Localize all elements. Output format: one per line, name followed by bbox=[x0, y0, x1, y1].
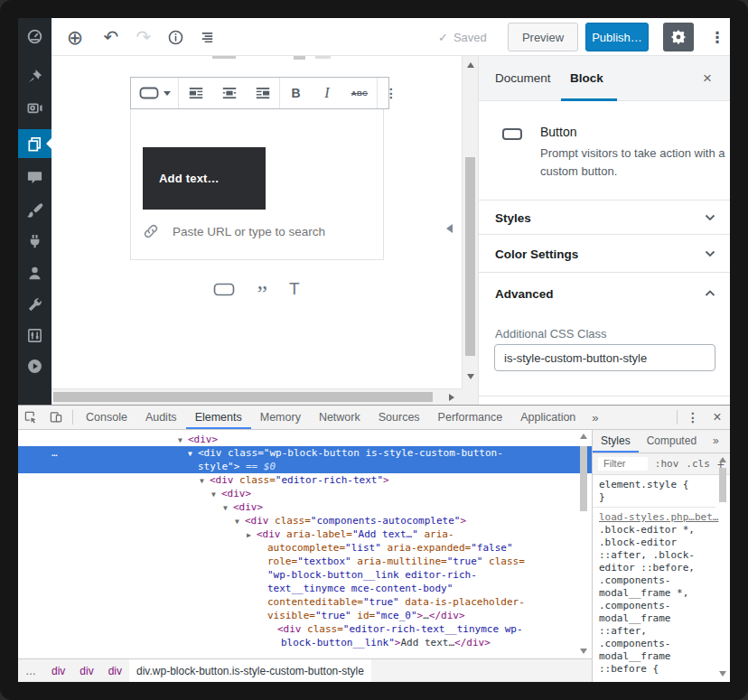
breadcrumb-item[interactable]: div bbox=[44, 659, 72, 682]
dom-tree-line[interactable]: ▶<div aria-label="Add text…" aria- bbox=[18, 527, 592, 541]
devtools-close-button[interactable]: × bbox=[705, 409, 730, 425]
button-block-text[interactable]: Add text… bbox=[143, 147, 266, 210]
dom-tree-line[interactable]: style"> == $0 bbox=[18, 460, 592, 473]
sidebar-item-settings[interactable] bbox=[18, 321, 51, 350]
inserter-button[interactable]: ⊕ bbox=[62, 18, 88, 56]
styles-filter-input[interactable] bbox=[598, 457, 648, 471]
sidebar-item-media[interactable] bbox=[18, 94, 51, 123]
dom-tree-line[interactable]: ▼<div class="editor-rich-text"> bbox=[18, 473, 592, 487]
toolbar-more-button[interactable]: ⋮ bbox=[378, 78, 405, 108]
more-options-button[interactable]: ⋮ bbox=[704, 18, 730, 56]
scrollbar-thumb[interactable] bbox=[580, 446, 587, 511]
appender-quote-block[interactable]: ” bbox=[257, 276, 267, 302]
appender-button-block[interactable] bbox=[213, 276, 235, 302]
devtools-tab-application[interactable]: Application bbox=[511, 406, 584, 429]
dom-tree-line[interactable]: contenteditable="true" data-is-placehold… bbox=[18, 595, 592, 609]
dom-tree-line[interactable]: role="textbox" aria-multiline="true" cla… bbox=[18, 555, 592, 568]
align-right-button[interactable] bbox=[246, 78, 279, 108]
sidebar-item-tools[interactable] bbox=[18, 290, 51, 319]
dom-tree-line[interactable]: ▼<div> bbox=[18, 433, 592, 446]
sidebar-item-appearance[interactable] bbox=[18, 195, 51, 224]
tab-block[interactable]: Block bbox=[570, 56, 603, 101]
sidebar-item-comments[interactable] bbox=[18, 163, 51, 191]
cropped-text-remnant bbox=[294, 56, 305, 60]
dom-tree-line[interactable]: ▼<div> bbox=[18, 500, 592, 514]
inspect-element-button[interactable] bbox=[18, 406, 43, 429]
tabs-overflow-button[interactable]: » bbox=[584, 411, 605, 425]
dom-tree-line[interactable]: "wp-block-button__link editor-rich- bbox=[18, 568, 592, 582]
additional-css-class-input[interactable] bbox=[494, 344, 715, 371]
scroll-right-icon[interactable] bbox=[449, 394, 454, 401]
publish-button[interactable]: Publish… bbox=[585, 23, 649, 51]
italic-button[interactable]: I bbox=[312, 78, 342, 108]
cls-toggle[interactable]: .cls bbox=[686, 458, 710, 470]
align-left-button[interactable] bbox=[179, 78, 212, 108]
redo-button[interactable]: ↷ bbox=[131, 18, 156, 56]
dom-tree-line[interactable]: autocomplete="list" aria-expanded="false… bbox=[18, 541, 592, 555]
list-view-icon bbox=[199, 29, 216, 46]
scroll-down-icon[interactable] bbox=[580, 649, 587, 654]
undo-button[interactable]: ↶ bbox=[98, 18, 124, 56]
dom-tree-line[interactable]: ▼<div class="wp-block-button is-style-cu… bbox=[18, 446, 592, 460]
hov-toggle[interactable]: :hov bbox=[655, 458, 679, 470]
breadcrumb-item[interactable]: … bbox=[18, 659, 44, 682]
panel-advanced[interactable]: Advanced bbox=[479, 273, 730, 314]
button-url-input[interactable] bbox=[173, 225, 372, 238]
dom-tree-line[interactable]: <div class="editor-rich-text__tinymce wp… bbox=[18, 622, 592, 636]
breadcrumb-item[interactable]: div bbox=[101, 659, 129, 682]
dom-tree-line[interactable]: ▼<div class="components-autocomplete"> bbox=[18, 514, 592, 527]
preview-button[interactable]: Preview bbox=[508, 23, 578, 51]
devtools-tab-console[interactable]: Console bbox=[77, 406, 136, 429]
settings-toggle-button[interactable] bbox=[663, 23, 694, 51]
devtools-tab-audits[interactable]: Audits bbox=[136, 406, 186, 429]
devtools-tab-network[interactable]: Network bbox=[310, 406, 369, 429]
devtools-menu-button[interactable]: ⋮ bbox=[681, 410, 705, 425]
scrollbar-thumb[interactable] bbox=[719, 468, 726, 502]
appender-text-block[interactable]: T bbox=[289, 276, 300, 302]
stylesheet-link[interactable]: load-styles.php…bet… bbox=[599, 511, 715, 524]
elements-scrollbar[interactable] bbox=[577, 432, 590, 656]
block-switcher-button[interactable] bbox=[131, 78, 178, 108]
scroll-up-icon[interactable] bbox=[467, 62, 474, 68]
scroll-up-icon[interactable] bbox=[580, 434, 587, 439]
devtools-tab-memory[interactable]: Memory bbox=[251, 406, 310, 429]
styles-tabs-overflow[interactable]: » bbox=[705, 430, 727, 453]
devtools-tab-elements[interactable]: Elements bbox=[186, 406, 251, 429]
panel-color-settings[interactable]: Color Settings bbox=[479, 235, 730, 273]
collapse-arrow-icon[interactable] bbox=[446, 224, 453, 233]
scroll-down-icon[interactable] bbox=[719, 671, 726, 677]
dom-tree-line[interactable]: text__tinymce mce-content-body" bbox=[18, 582, 592, 595]
scrollbar-thumb[interactable] bbox=[465, 157, 475, 356]
tab-computed[interactable]: Computed bbox=[639, 430, 705, 453]
sidebar-item-dashboard[interactable] bbox=[18, 22, 51, 51]
devtools: ConsoleAuditsElementsMemoryNetworkSource… bbox=[18, 405, 730, 682]
scrollbar-thumb[interactable] bbox=[53, 392, 433, 402]
sidebar-item-users[interactable] bbox=[18, 258, 51, 287]
sidebar-item-posts[interactable] bbox=[18, 61, 51, 90]
sidebar-item-video[interactable] bbox=[18, 351, 51, 380]
block-navigation-button[interactable] bbox=[194, 18, 220, 56]
editor-vertical-scrollbar[interactable] bbox=[462, 56, 478, 388]
styles-scrollbar[interactable] bbox=[717, 457, 728, 677]
dom-tree-line[interactable]: visible="true" id="mce_0">…</div> bbox=[18, 609, 592, 622]
tab-document[interactable]: Document bbox=[495, 56, 551, 101]
devtools-tab-sources[interactable]: Sources bbox=[369, 406, 429, 429]
align-center-button[interactable] bbox=[212, 78, 246, 108]
sidebar-item-pages[interactable] bbox=[18, 129, 51, 158]
panel-styles[interactable]: Styles bbox=[479, 201, 730, 235]
dom-tree-line[interactable]: block-button__link">Add text…</div> bbox=[18, 636, 592, 649]
strikethrough-button[interactable]: ABC bbox=[342, 78, 377, 108]
close-sidebar-button[interactable]: × bbox=[694, 56, 721, 101]
scroll-up-icon[interactable] bbox=[719, 457, 726, 462]
tab-styles[interactable]: Styles bbox=[593, 430, 639, 453]
dom-tree-line[interactable]: ▼<div> bbox=[18, 487, 592, 500]
scroll-down-icon[interactable] bbox=[467, 374, 474, 379]
bold-button[interactable]: B bbox=[280, 78, 312, 108]
device-toolbar-button[interactable] bbox=[43, 406, 69, 429]
devtools-tab-performance[interactable]: Performance bbox=[429, 406, 512, 429]
content-structure-button[interactable] bbox=[163, 18, 188, 56]
breadcrumb-item[interactable]: div.wp-block-button.is-style-custom-butt… bbox=[129, 659, 371, 682]
breadcrumb-item[interactable]: div bbox=[72, 659, 100, 682]
sidebar-item-plugins[interactable] bbox=[18, 227, 51, 256]
editor-horizontal-scrollbar[interactable] bbox=[51, 388, 462, 405]
